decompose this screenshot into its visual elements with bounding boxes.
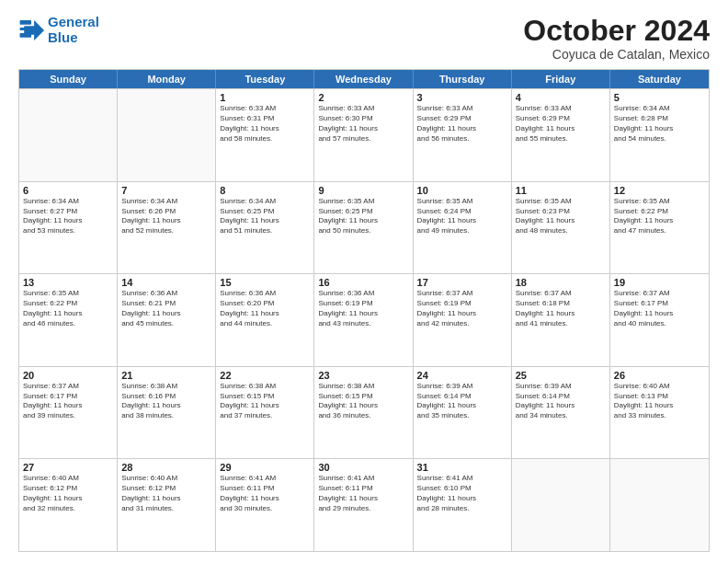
day-cell-10: 10Sunrise: 6:35 AM Sunset: 6:24 PM Dayli… [414, 182, 512, 274]
header-day-friday: Friday [512, 70, 610, 88]
cell-info: Sunrise: 6:40 AM Sunset: 6:12 PM Dayligh… [121, 474, 211, 513]
day-cell-20: 20Sunrise: 6:37 AM Sunset: 6:17 PM Dayli… [19, 367, 118, 459]
cell-info: Sunrise: 6:37 AM Sunset: 6:19 PM Dayligh… [417, 289, 507, 328]
calendar-header: SundayMondayTuesdayWednesdayThursdayFrid… [19, 70, 709, 88]
svg-rect-2 [20, 20, 31, 25]
day-cell-19: 19Sunrise: 6:37 AM Sunset: 6:17 PM Dayli… [610, 274, 709, 366]
day-cell-5: 5Sunrise: 6:34 AM Sunset: 6:28 PM Daylig… [610, 89, 709, 181]
day-cell-22: 22Sunrise: 6:38 AM Sunset: 6:15 PM Dayli… [216, 367, 314, 459]
header-day-monday: Monday [118, 70, 216, 88]
day-cell-21: 21Sunrise: 6:38 AM Sunset: 6:16 PM Dayli… [118, 367, 216, 459]
calendar-body: 1Sunrise: 6:33 AM Sunset: 6:31 PM Daylig… [19, 88, 709, 551]
logo-line2: Blue [48, 29, 78, 45]
calendar-row-2: 6Sunrise: 6:34 AM Sunset: 6:27 PM Daylig… [19, 181, 709, 274]
calendar: SundayMondayTuesdayWednesdayThursdayFrid… [18, 69, 710, 552]
day-cell-1: 1Sunrise: 6:33 AM Sunset: 6:31 PM Daylig… [216, 89, 314, 181]
day-cell-23: 23Sunrise: 6:38 AM Sunset: 6:15 PM Dayli… [314, 367, 413, 459]
day-number: 6 [23, 185, 113, 196]
cell-info: Sunrise: 6:40 AM Sunset: 6:12 PM Dayligh… [23, 474, 113, 513]
cell-info: Sunrise: 6:40 AM Sunset: 6:13 PM Dayligh… [614, 382, 705, 421]
day-cell-26: 26Sunrise: 6:40 AM Sunset: 6:13 PM Dayli… [610, 367, 709, 459]
cell-info: Sunrise: 6:33 AM Sunset: 6:29 PM Dayligh… [417, 104, 507, 144]
header: General Blue October 2024 Coyuca de Cata… [18, 15, 710, 62]
cell-info: Sunrise: 6:33 AM Sunset: 6:29 PM Dayligh… [516, 104, 606, 144]
day-cell-30: 30Sunrise: 6:41 AM Sunset: 6:11 PM Dayli… [314, 459, 413, 551]
logo-icon [18, 17, 44, 43]
cell-info: Sunrise: 6:35 AM Sunset: 6:24 PM Dayligh… [417, 197, 507, 236]
day-number: 7 [121, 185, 211, 196]
day-cell-27: 27Sunrise: 6:40 AM Sunset: 6:12 PM Dayli… [19, 459, 118, 551]
day-cell-4: 4Sunrise: 6:33 AM Sunset: 6:29 PM Daylig… [512, 89, 610, 181]
svg-rect-4 [20, 33, 31, 38]
day-number: 8 [220, 185, 310, 196]
month-title: October 2024 [523, 15, 710, 47]
day-cell-17: 17Sunrise: 6:37 AM Sunset: 6:19 PM Dayli… [414, 274, 512, 366]
day-cell-13: 13Sunrise: 6:35 AM Sunset: 6:22 PM Dayli… [19, 274, 118, 366]
calendar-row-4: 20Sunrise: 6:37 AM Sunset: 6:17 PM Dayli… [19, 366, 709, 459]
cell-info: Sunrise: 6:35 AM Sunset: 6:22 PM Dayligh… [23, 289, 113, 328]
day-number: 26 [614, 370, 705, 381]
cell-info: Sunrise: 6:34 AM Sunset: 6:26 PM Dayligh… [121, 197, 211, 236]
cell-info: Sunrise: 6:38 AM Sunset: 6:15 PM Dayligh… [220, 382, 310, 421]
day-cell-24: 24Sunrise: 6:39 AM Sunset: 6:14 PM Dayli… [414, 367, 512, 459]
header-day-wednesday: Wednesday [314, 70, 413, 88]
day-cell-16: 16Sunrise: 6:36 AM Sunset: 6:19 PM Dayli… [314, 274, 413, 366]
logo-text: General Blue [48, 15, 99, 45]
day-number: 12 [614, 185, 705, 196]
day-cell-14: 14Sunrise: 6:36 AM Sunset: 6:21 PM Dayli… [118, 274, 216, 366]
cell-info: Sunrise: 6:37 AM Sunset: 6:18 PM Dayligh… [516, 289, 606, 328]
cell-info: Sunrise: 6:36 AM Sunset: 6:19 PM Dayligh… [318, 289, 408, 328]
day-number: 30 [318, 462, 408, 473]
day-number: 10 [417, 185, 507, 196]
subtitle: Coyuca de Catalan, Mexico [523, 47, 710, 62]
day-number: 21 [121, 370, 211, 381]
cell-info: Sunrise: 6:37 AM Sunset: 6:17 PM Dayligh… [614, 289, 705, 328]
logo: General Blue [18, 15, 99, 45]
header-day-sunday: Sunday [19, 70, 118, 88]
day-cell-8: 8Sunrise: 6:34 AM Sunset: 6:25 PM Daylig… [216, 182, 314, 274]
empty-cell-r0c1 [118, 89, 216, 181]
calendar-row-1: 1Sunrise: 6:33 AM Sunset: 6:31 PM Daylig… [19, 88, 709, 181]
cell-info: Sunrise: 6:35 AM Sunset: 6:23 PM Dayligh… [516, 197, 606, 236]
day-number: 4 [516, 92, 606, 103]
cell-info: Sunrise: 6:34 AM Sunset: 6:27 PM Dayligh… [23, 197, 113, 236]
header-day-tuesday: Tuesday [216, 70, 314, 88]
day-number: 13 [23, 277, 113, 288]
header-day-saturday: Saturday [610, 70, 709, 88]
day-number: 24 [417, 370, 507, 381]
day-cell-3: 3Sunrise: 6:33 AM Sunset: 6:29 PM Daylig… [414, 89, 512, 181]
empty-cell-r4c5 [512, 459, 610, 551]
day-number: 31 [417, 462, 507, 473]
day-number: 20 [23, 370, 113, 381]
day-cell-25: 25Sunrise: 6:39 AM Sunset: 6:14 PM Dayli… [512, 367, 610, 459]
logo-line1: General [48, 14, 99, 29]
cell-info: Sunrise: 6:38 AM Sunset: 6:16 PM Dayligh… [121, 382, 211, 421]
day-number: 15 [220, 277, 310, 288]
day-number: 5 [614, 92, 705, 103]
title-block: October 2024 Coyuca de Catalan, Mexico [523, 15, 710, 62]
cell-info: Sunrise: 6:36 AM Sunset: 6:21 PM Dayligh… [121, 289, 211, 328]
day-number: 16 [318, 277, 408, 288]
day-cell-29: 29Sunrise: 6:41 AM Sunset: 6:11 PM Dayli… [216, 459, 314, 551]
header-day-thursday: Thursday [414, 70, 512, 88]
day-cell-28: 28Sunrise: 6:40 AM Sunset: 6:12 PM Dayli… [118, 459, 216, 551]
day-number: 23 [318, 370, 408, 381]
cell-info: Sunrise: 6:35 AM Sunset: 6:22 PM Dayligh… [614, 197, 705, 236]
day-cell-11: 11Sunrise: 6:35 AM Sunset: 6:23 PM Dayli… [512, 182, 610, 274]
empty-cell-r4c6 [610, 459, 709, 551]
cell-info: Sunrise: 6:39 AM Sunset: 6:14 PM Dayligh… [516, 382, 606, 421]
cell-info: Sunrise: 6:41 AM Sunset: 6:11 PM Dayligh… [318, 474, 408, 513]
cell-info: Sunrise: 6:39 AM Sunset: 6:14 PM Dayligh… [417, 382, 507, 421]
day-number: 1 [220, 92, 310, 103]
cell-info: Sunrise: 6:41 AM Sunset: 6:11 PM Dayligh… [220, 474, 310, 513]
day-number: 9 [318, 185, 408, 196]
day-number: 25 [516, 370, 606, 381]
day-number: 29 [220, 462, 310, 473]
day-cell-6: 6Sunrise: 6:34 AM Sunset: 6:27 PM Daylig… [19, 182, 118, 274]
cell-info: Sunrise: 6:33 AM Sunset: 6:30 PM Dayligh… [318, 104, 408, 144]
day-number: 11 [516, 185, 606, 196]
calendar-row-5: 27Sunrise: 6:40 AM Sunset: 6:12 PM Dayli… [19, 458, 709, 551]
cell-info: Sunrise: 6:36 AM Sunset: 6:20 PM Dayligh… [220, 289, 310, 328]
cell-info: Sunrise: 6:35 AM Sunset: 6:25 PM Dayligh… [318, 197, 408, 236]
day-cell-18: 18Sunrise: 6:37 AM Sunset: 6:18 PM Dayli… [512, 274, 610, 366]
